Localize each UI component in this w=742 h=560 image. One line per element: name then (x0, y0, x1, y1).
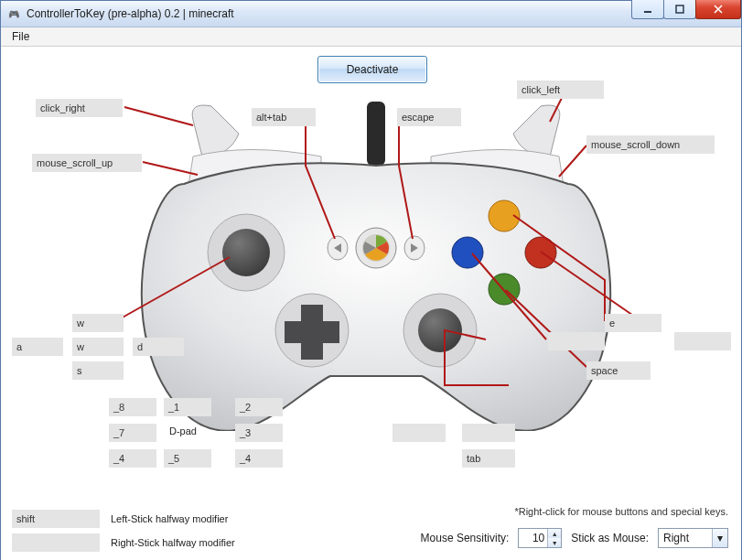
menubar: File (1, 27, 741, 47)
label-ls-up[interactable]: w (72, 314, 124, 332)
label-ls-down[interactable]: s (72, 361, 124, 380)
right-modifier-value[interactable] (12, 533, 100, 552)
app-icon: 🎮 (6, 6, 21, 21)
label-dpad-u[interactable]: _1 (164, 398, 211, 416)
label-dpad-dr[interactable]: _4 (235, 449, 283, 468)
label-click-left[interactable]: click_left (517, 81, 604, 99)
menu-file[interactable]: File (5, 28, 37, 45)
svg-point-7 (418, 308, 462, 352)
dpad-caption: D-pad (169, 425, 197, 436)
label-mouse-scroll-down[interactable]: mouse_scroll_down (586, 135, 715, 154)
spinner-up-icon[interactable]: ▲ (548, 529, 561, 538)
label-click-right[interactable]: click_right (36, 99, 123, 117)
label-a-button[interactable]: space (586, 361, 651, 380)
app-window: 🎮 ControllerToKey (pre-alpha) 0.2 | mine… (0, 0, 742, 560)
titlebar[interactable]: 🎮 ControllerToKey (pre-alpha) 0.2 | mine… (1, 1, 741, 27)
label-rs-up[interactable] (393, 424, 446, 442)
close-icon (713, 5, 724, 14)
label-dpad-ur[interactable]: _2 (235, 398, 283, 416)
svg-point-12 (489, 200, 520, 232)
svg-rect-0 (644, 11, 651, 13)
label-dpad-r[interactable]: _3 (235, 424, 283, 442)
label-dpad-ul[interactable]: _8 (109, 398, 156, 416)
mouse-sensitivity-value: 10 (519, 532, 547, 544)
svg-point-15 (452, 237, 483, 268)
window-controls (632, 0, 741, 19)
maximize-icon (674, 5, 685, 14)
deactivate-button[interactable]: Deactivate (317, 56, 427, 83)
svg-point-14 (489, 274, 520, 305)
client-area: Deactivate (1, 47, 741, 559)
label-y-button[interactable] (674, 332, 731, 350)
label-mouse-scroll-up[interactable]: mouse_scroll_up (32, 154, 142, 172)
label-rs-click[interactable] (462, 424, 515, 442)
bottom-panel: shift Left-Stick halfway modifier Right-… (1, 504, 741, 559)
right-modifier-caption: Right-Stick halfway modifier (111, 537, 235, 548)
label-tab[interactable]: tab (462, 449, 515, 468)
label-ls-left[interactable]: a (12, 338, 63, 356)
svg-point-13 (525, 237, 556, 268)
mouse-sensitivity-label: Mouse Sensitivity: (421, 532, 510, 544)
stick-as-mouse-combo[interactable]: Right ▾ (658, 528, 728, 548)
spinner-down-icon[interactable]: ▼ (548, 538, 561, 547)
minimize-icon (642, 5, 653, 14)
stick-as-mouse-label: Stick as Mouse: (571, 532, 649, 544)
window-title: ControllerToKey (pre-alpha) 0.2 | minecr… (27, 7, 234, 20)
svg-rect-2 (367, 102, 385, 166)
chevron-down-icon: ▾ (712, 529, 727, 547)
stick-as-mouse-value: Right (663, 532, 712, 544)
left-modifier-value[interactable]: shift (12, 510, 100, 528)
label-ls-center[interactable]: w (72, 338, 124, 356)
label-dpad-l[interactable]: _7 (109, 424, 156, 442)
svg-point-4 (222, 229, 270, 276)
label-dpad-dl[interactable]: _4 (109, 449, 156, 468)
label-start-button[interactable]: escape (397, 108, 461, 126)
hint-text: *Right-click for mouse buttons and speci… (514, 506, 728, 517)
label-b-button[interactable]: e (605, 314, 661, 332)
label-dpad-d[interactable]: _5 (164, 449, 211, 468)
svg-rect-1 (676, 5, 683, 13)
minimize-button[interactable] (631, 0, 664, 19)
label-ls-right[interactable]: d (133, 338, 184, 356)
mouse-sensitivity-spinner[interactable]: 10 ▲ ▼ (518, 528, 562, 548)
label-x-button[interactable] (548, 332, 605, 350)
left-modifier-caption: Left-Stick halfway modifier (111, 513, 228, 524)
footer-controls: Mouse Sensitivity: 10 ▲ ▼ Stick as Mouse… (421, 528, 728, 548)
gamepad-icon (138, 102, 614, 431)
close-button[interactable] (695, 0, 741, 19)
controller-graphic (138, 102, 614, 431)
label-back-button[interactable]: alt+tab (252, 108, 316, 126)
maximize-button[interactable] (663, 0, 696, 19)
